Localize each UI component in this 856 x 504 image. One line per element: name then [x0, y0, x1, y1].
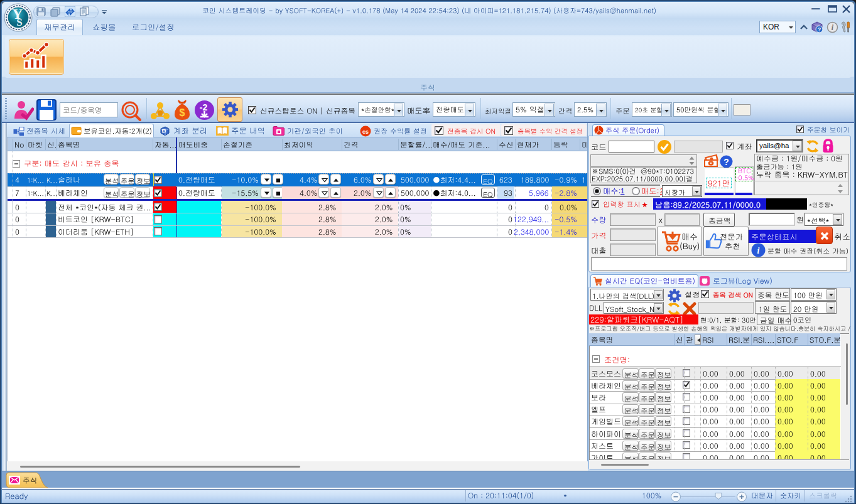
- svg-text:S: S: [16, 16, 22, 28]
- svg-text:?: ?: [818, 26, 821, 33]
- svg-text:?: ?: [723, 157, 729, 167]
- svg-text:cs: cs: [362, 129, 369, 135]
- svg-text:A: A: [163, 129, 166, 133]
- svg-text:-2: -2: [200, 102, 208, 112]
- svg-text:i: i: [757, 246, 760, 255]
- svg-text:$: $: [180, 107, 185, 118]
